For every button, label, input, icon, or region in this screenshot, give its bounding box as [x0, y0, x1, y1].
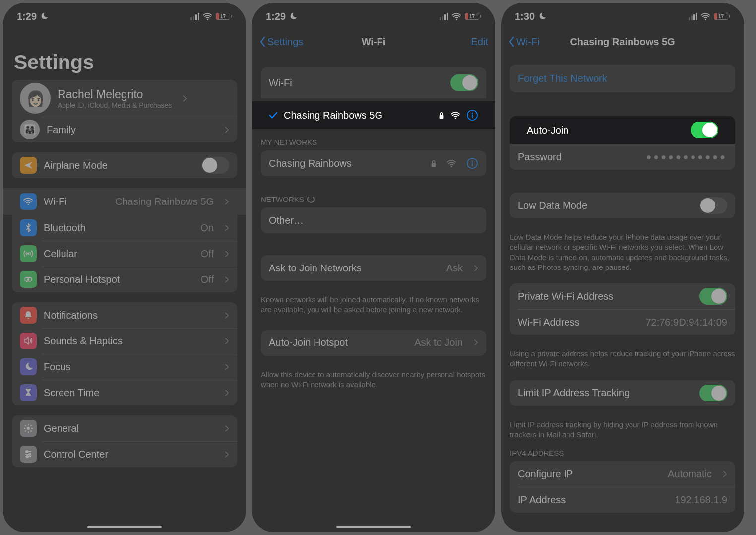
limit-ip-row[interactable]: Limit IP Address Tracking [510, 380, 735, 406]
chevron-right-icon [723, 470, 727, 478]
network-name: Chasing Rainbows [269, 158, 423, 169]
private-addr-row[interactable]: Private Wi-Fi Address [510, 283, 735, 309]
row-value: 72:76:9D:94:14:09 [645, 317, 727, 328]
password-row[interactable]: Password ●●●●●●●●●●● [510, 144, 735, 170]
bluetooth-row[interactable]: Bluetooth On [12, 215, 237, 241]
cellular-icon [20, 245, 37, 262]
bell-icon [20, 307, 37, 324]
control-center-row[interactable]: Control Center [12, 441, 237, 467]
nav-bar: Settings Wi-Fi Edit [252, 30, 495, 54]
svg-point-7 [27, 427, 30, 430]
forget-label: Forget This Network [518, 73, 607, 84]
wifi-master-row[interactable]: Wi-Fi [261, 67, 486, 98]
row-label: Wi-Fi [44, 196, 108, 207]
ip-address-row: IP Address 192.168.1.9 [510, 487, 735, 513]
wifi-strength-icon [447, 159, 456, 168]
status-bar: 1:29 17 [3, 3, 246, 30]
status-bar: 1:29 17 [252, 3, 495, 30]
profile-sub: Apple ID, iCloud, Media & Purchases [58, 101, 172, 109]
info-icon[interactable] [466, 157, 478, 169]
row-label: Wi-Fi [269, 77, 443, 89]
avatar: 👩🏻 [20, 83, 51, 114]
wifi-settings-row[interactable]: Wi-Fi Chasing Rainbows 5G [3, 188, 246, 215]
screentime-row[interactable]: Screen Time [12, 380, 237, 405]
low-data-toggle[interactable] [699, 197, 727, 214]
configure-ip-row[interactable]: Configure IP Automatic [510, 461, 735, 487]
profile-name: Rachel Melegrito [58, 88, 172, 101]
cellular-signal-icon [689, 13, 697, 20]
row-label: Password [518, 151, 639, 163]
chevron-right-icon [225, 276, 229, 283]
svg-point-4 [28, 253, 29, 255]
row-value: Off [201, 248, 214, 260]
focus-moon-icon [537, 12, 546, 21]
family-row[interactable]: 👨‍👩‍👧 Family [12, 117, 237, 142]
chevron-right-icon [225, 389, 229, 397]
chevron-left-icon [508, 36, 515, 47]
screen-network-detail: 1:30 17 Wi-Fi Chasing Rainbows 5G Forget… [501, 3, 744, 532]
checkmark-icon [269, 111, 278, 120]
private-addr-toggle[interactable] [699, 288, 727, 305]
low-data-row[interactable]: Low Data Mode [510, 193, 735, 218]
back-button[interactable]: Settings [259, 36, 303, 48]
sounds-row[interactable]: Sounds & Haptics [12, 328, 237, 354]
cellular-row[interactable]: Cellular Off [12, 241, 237, 267]
row-label: Cellular [44, 248, 194, 260]
row-label: Auto-Join Hotspot [269, 337, 407, 348]
row-value: Off [201, 274, 214, 285]
battery-indicator: 17 [216, 13, 232, 20]
row-value: Ask to Join [414, 337, 463, 348]
row-value: On [200, 222, 214, 234]
edit-button[interactable]: Edit [471, 36, 488, 48]
row-value: Ask [446, 263, 463, 274]
row-label: Private Wi-Fi Address [518, 291, 693, 302]
airplane-toggle[interactable] [201, 157, 229, 174]
info-icon[interactable] [466, 109, 478, 121]
back-label: Wi-Fi [516, 36, 540, 48]
wifi-toggle[interactable] [450, 74, 478, 91]
lock-icon [438, 111, 445, 119]
nav-bar: Wi-Fi Chasing Rainbows 5G [501, 30, 744, 54]
wifi-status-icon [452, 12, 461, 21]
chevron-right-icon [225, 126, 229, 134]
home-indicator[interactable] [87, 526, 162, 528]
general-row[interactable]: General [12, 415, 237, 441]
chevron-right-icon [225, 363, 229, 371]
row-label: Bluetooth [44, 222, 193, 234]
notifications-row[interactable]: Notifications [12, 302, 237, 328]
gear-icon [20, 420, 37, 437]
auto-join-toggle[interactable] [691, 122, 718, 138]
hotspot-row[interactable]: Personal Hotspot Off [12, 267, 237, 292]
ask-to-join-row[interactable]: Ask to Join Networks Ask [261, 255, 486, 281]
airplane-icon [20, 157, 37, 174]
known-network-row[interactable]: Chasing Rainbows [261, 150, 486, 176]
chevron-right-icon [225, 312, 229, 319]
forget-network-button[interactable]: Forget This Network [510, 65, 735, 92]
focus-moon-icon [288, 12, 297, 21]
low-data-footer: Low Data Mode helps reduce your iPhone d… [501, 228, 744, 272]
ask-footer: Known networks will be joined automatica… [252, 291, 495, 315]
auto-footer: Allow this device to automatically disco… [252, 366, 495, 390]
auto-join-hotspot-row[interactable]: Auto-Join Hotspot Ask to Join [261, 330, 486, 356]
back-button[interactable]: Wi-Fi [508, 36, 540, 48]
chevron-right-icon [474, 339, 478, 346]
wifi-app-icon [20, 193, 37, 210]
limit-ip-toggle[interactable] [699, 385, 727, 401]
other-network-row[interactable]: Other… [261, 207, 486, 233]
section-my-networks: MY NETWORKS [252, 129, 495, 150]
focus-row[interactable]: Focus [12, 354, 237, 380]
section-networks: NETWORKS [252, 186, 495, 207]
sliders-icon [20, 446, 37, 463]
auto-join-row[interactable]: Auto-Join [510, 116, 735, 144]
airplane-mode-row[interactable]: Airplane Mode [12, 152, 237, 178]
home-indicator[interactable] [336, 526, 411, 528]
lock-icon [430, 159, 437, 167]
hourglass-icon [20, 384, 37, 401]
row-value: Automatic [668, 468, 712, 480]
svg-point-8 [26, 451, 28, 453]
apple-id-row[interactable]: 👩🏻 Rachel Melegrito Apple ID, iCloud, Me… [12, 80, 237, 117]
chevron-left-icon [259, 36, 266, 47]
connected-network-row[interactable]: Chasing Rainbows 5G [252, 101, 495, 129]
chevron-right-icon [474, 265, 478, 272]
row-label: Ask to Join Networks [269, 263, 440, 274]
